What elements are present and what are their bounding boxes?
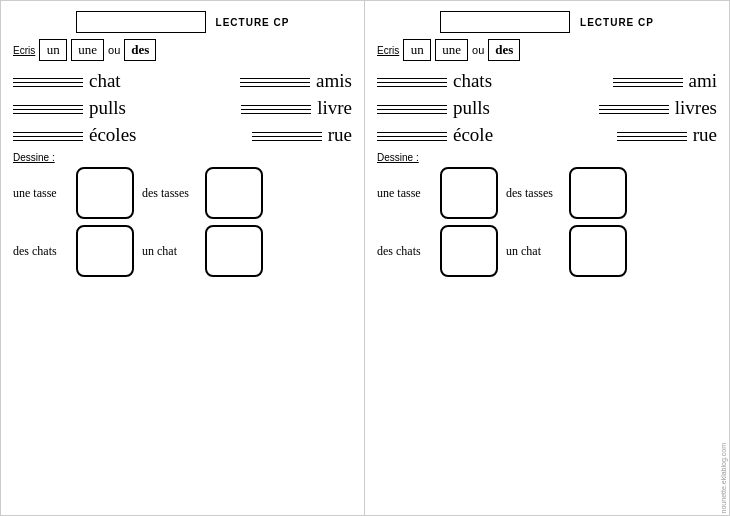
line [377,113,447,114]
right-word-item-ecole: école [377,125,493,144]
left-draw-row-1: une tasse des tasses [13,167,352,219]
right-label-rue: rue [693,125,717,144]
left-label-pulls: pulls [89,98,126,117]
right-label-ecole: école [453,125,493,144]
line [377,86,447,87]
left-word-item-ecoles: écoles [13,125,136,144]
left-lines-rue [252,132,322,144]
right-lines-pulls [377,105,447,117]
left-word-item-pulls: pulls [13,98,126,117]
right-ecris-label: Ecris [377,45,399,56]
left-panel: LECTURE CP Ecris un une ou des chat [1,1,365,516]
right-word-une: une [435,39,468,61]
left-draw-box-des-chats[interactable] [76,225,134,277]
line [613,86,683,87]
right-draw-text-des-chats: des chats [377,244,432,259]
left-title-box[interactable] [76,11,206,33]
right-draw-row-2: des chats un chat [377,225,717,277]
left-label-livre: livre [317,98,352,117]
line [13,132,83,133]
left-draw-row-2: des chats un chat [13,225,352,277]
right-label-livres: livres [675,98,717,117]
left-label-rue: rue [328,125,352,144]
right-label-pulls: pulls [453,98,490,117]
left-word-des: des [124,39,156,61]
left-word-row-2: pulls livre [13,98,352,117]
right-draw-text-un-chat: un chat [506,244,561,259]
right-word-row-1: chats ami [377,71,717,90]
line [13,82,83,83]
line [13,78,83,79]
left-word-item-rue: rue [252,125,352,144]
left-word-un: un [39,39,67,61]
right-draw-rows: une tasse des tasses des chats un chat [377,167,717,277]
right-draw-box-un-chat[interactable] [569,225,627,277]
left-draw-box-un-chat[interactable] [205,225,263,277]
left-word-row-3: écoles rue [13,125,352,144]
right-draw-box-une-tasse[interactable] [440,167,498,219]
line [377,78,447,79]
right-title-box[interactable] [440,11,570,33]
right-draw-row-1: une tasse des tasses [377,167,717,219]
left-words-section: chat amis [13,71,352,144]
page: LECTURE CP Ecris un une ou des chat [0,0,730,516]
right-draw-text-une-tasse: une tasse [377,186,432,201]
left-lines-amis [240,78,310,90]
line [377,132,447,133]
left-label-amis: amis [316,71,352,90]
line [13,86,83,87]
line [13,140,83,141]
right-word-des: des [488,39,520,61]
left-lines-ecoles [13,132,83,144]
left-title: LECTURE CP [216,17,290,28]
line [240,86,310,87]
right-dessine: Dessine : une tasse des tasses des chats… [377,152,717,277]
line [599,113,669,114]
line [617,140,687,141]
right-title: LECTURE CP [580,17,654,28]
right-label-ami: ami [689,71,718,90]
line [241,105,311,106]
left-lines-pulls [13,105,83,117]
line [13,136,83,137]
left-ecris-row: Ecris un une ou des [13,39,352,61]
right-lines-rue [617,132,687,144]
line [13,105,83,106]
left-draw-text-des-chats: des chats [13,244,68,259]
left-lines-livre [241,105,311,117]
left-dessine: Dessine : une tasse des tasses des chats… [13,152,352,277]
right-ecris-row: Ecris un une ou des [377,39,717,61]
right-header: LECTURE CP [377,11,717,33]
left-ecris-label: Ecris [13,45,35,56]
left-label-chat: chat [89,71,121,90]
right-word-item-livres: livres [599,98,717,117]
left-draw-box-une-tasse[interactable] [76,167,134,219]
line [613,78,683,79]
line [13,113,83,114]
left-draw-text-des-tasses: des tasses [142,186,197,201]
right-draw-box-des-tasses[interactable] [569,167,627,219]
line [252,136,322,137]
line [377,105,447,106]
line [617,132,687,133]
left-draw-text-un-chat: un chat [142,244,197,259]
line [377,136,447,137]
left-draw-box-des-tasses[interactable] [205,167,263,219]
line [252,132,322,133]
line [240,78,310,79]
line [241,109,311,110]
right-word-row-3: école rue [377,125,717,144]
left-draw-rows: une tasse des tasses des chats un chat [13,167,352,277]
line [613,82,683,83]
line [252,140,322,141]
left-word-row-1: chat amis [13,71,352,90]
line [13,109,83,110]
right-draw-box-des-chats[interactable] [440,225,498,277]
right-word-un: un [403,39,431,61]
left-word-item-livre: livre [241,98,352,117]
line [240,82,310,83]
left-dessine-label: Dessine : [13,152,352,163]
watermark: nounette.eklablog.com [720,443,727,513]
left-word-une: une [71,39,104,61]
right-draw-text-des-tasses: des tasses [506,186,561,201]
